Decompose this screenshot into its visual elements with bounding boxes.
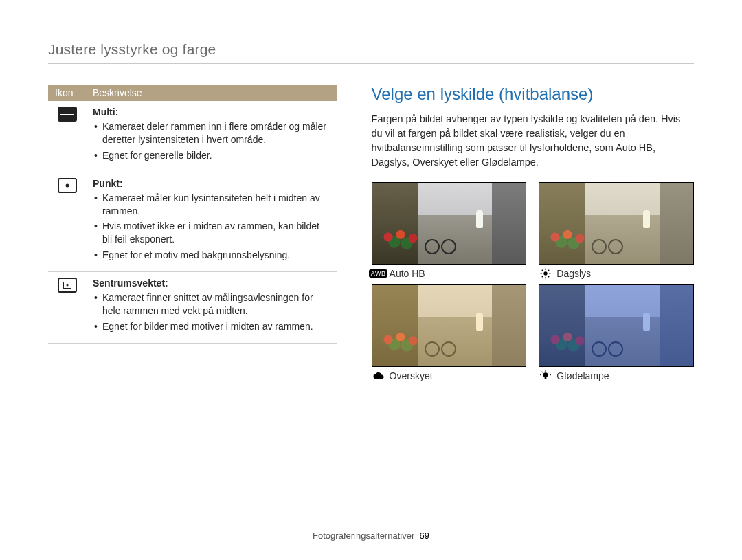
mode-bullet: Kameraet måler kun lysintensiteten helt … [93, 192, 330, 218]
mode-title: Multi: [93, 107, 330, 117]
footer-page-number: 69 [419, 530, 429, 541]
metering-table: Ikon Beskrivelse Multi: Kameraet deler r… [48, 85, 337, 344]
wb-sample-grid: AWB Auto HB Dagslys [372, 182, 694, 381]
page-footer: Fotograferingsalternativer 69 [0, 530, 742, 541]
mode-bullet: Kameraet deler rammen inn i flere område… [93, 120, 330, 146]
section-title: Justere lysstyrke og farge [48, 41, 694, 64]
svg-point-0 [544, 271, 548, 275]
mode-bullet: Egnet for generelle bilder. [93, 149, 330, 162]
wb-sample-auto: AWB Auto HB [372, 182, 527, 279]
svg-rect-10 [545, 377, 547, 379]
svg-line-14 [542, 372, 543, 372]
metering-spot-icon [58, 178, 77, 193]
wb-label-text: Glødelampe [556, 370, 609, 381]
mode-bullet: Hvis motivet ikke er i midten av rammen,… [93, 220, 330, 246]
metering-table-container: Ikon Beskrivelse Multi: Kameraet deler r… [48, 85, 337, 381]
wb-heading: Velge en lyskilde (hvitbalanse) [372, 85, 694, 104]
wb-paragraph: Fargen på bildet avhenger av typen lyski… [372, 112, 694, 170]
wb-photo [372, 182, 527, 265]
svg-line-7 [542, 276, 543, 277]
mode-title: Sentrumsvektet: [93, 278, 330, 289]
bulb-icon [539, 371, 552, 381]
cloud-icon [372, 371, 385, 381]
awb-icon: AWB [372, 269, 385, 278]
table-row: Multi: Kameraet deler rammen inn i flere… [48, 101, 337, 172]
metering-center-icon [58, 278, 77, 293]
mode-title: Punkt: [93, 178, 330, 189]
wb-label-text: Overskyet [390, 370, 433, 381]
wb-label-text: Dagslys [556, 268, 591, 279]
wb-sample-tungsten: Glødelampe [539, 284, 694, 381]
wb-sample-daylight: Dagslys [539, 182, 694, 279]
table-row: Sentrumsvektet: Kameraet finner snittet … [48, 272, 337, 344]
wb-photo [539, 284, 694, 367]
sun-icon [539, 269, 552, 278]
svg-line-5 [542, 270, 543, 271]
svg-line-15 [548, 372, 549, 372]
svg-line-6 [548, 276, 549, 277]
wb-photo [539, 182, 694, 265]
table-row: Punkt: Kameraet måler kun lysintensitete… [48, 172, 337, 271]
metering-multi-icon [58, 107, 77, 122]
mode-bullet: Egnet for et motiv med bakgrunnsbelysnin… [93, 249, 330, 262]
svg-point-9 [543, 372, 548, 377]
table-header-icon: Ikon [48, 85, 86, 101]
wb-photo [372, 284, 527, 367]
mode-bullet: Egnet for bilder med motiver i midten av… [93, 320, 330, 333]
wb-label-text: Auto HB [390, 268, 425, 279]
wb-sample-cloudy: Overskyet [372, 284, 527, 381]
footer-chapter: Fotograferingsalternativer [313, 530, 414, 541]
svg-line-8 [548, 270, 549, 271]
table-header-desc: Beskrivelse [86, 85, 337, 101]
mode-bullet: Kameraet finner snittet av målingsavlesn… [93, 291, 330, 317]
